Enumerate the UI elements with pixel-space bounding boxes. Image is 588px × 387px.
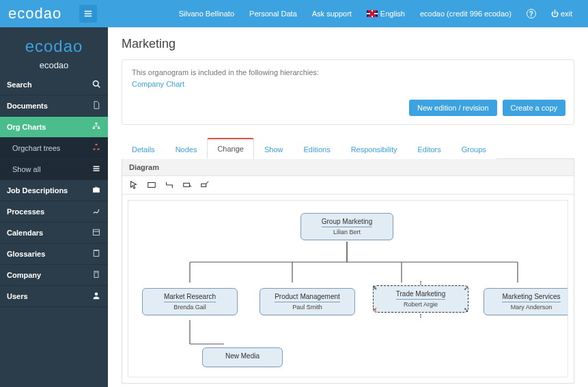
sidebar-toggle[interactable] (79, 5, 97, 23)
sidebar-item-jobdescriptions[interactable]: Job Descriptions (0, 180, 108, 201)
tab-show[interactable]: Show (254, 139, 294, 159)
sidebar-item-orgcharts[interactable]: Org Charts (0, 117, 108, 138)
exit-icon: ⏻ (551, 10, 559, 18)
page-title: Marketing (122, 37, 574, 51)
calendar-icon (92, 228, 101, 238)
svg-rect-5 (96, 144, 98, 145)
svg-rect-20 (184, 183, 190, 186)
process-icon (92, 207, 101, 216)
node-marketing-services[interactable]: Marketing Services Mary Anderson (484, 288, 568, 315)
svg-rect-15 (94, 272, 98, 278)
sidebar-item-processes[interactable]: Processes (0, 201, 108, 223)
svg-point-0 (94, 81, 99, 87)
svg-rect-2 (96, 123, 98, 124)
svg-rect-16 (96, 272, 96, 273)
document-icon (92, 101, 101, 111)
sidebar-subtitle: ecodao (0, 60, 108, 70)
book-icon (92, 249, 101, 259)
tool-connect-icon[interactable] (165, 180, 174, 190)
user-icon (92, 291, 101, 301)
tool-box-icon[interactable] (147, 180, 156, 190)
sidebar-brand: ecodao (0, 37, 108, 56)
svg-rect-11 (94, 188, 100, 192)
tab-details[interactable]: Details (122, 139, 165, 159)
tool-pointer-icon[interactable] (129, 180, 139, 190)
tab-responsibility[interactable]: Responsibility (341, 139, 408, 159)
svg-rect-19 (148, 183, 156, 188)
content: Marketing This organogram is included in… (108, 27, 588, 387)
sidebar-sub-show-all[interactable]: Show all (0, 159, 108, 180)
tab-nodes[interactable]: Nodes (165, 139, 208, 159)
tab-groups[interactable]: Groups (451, 139, 496, 159)
tab-editions[interactable]: Editions (294, 139, 341, 159)
svg-rect-9 (94, 168, 100, 169)
node-market-research[interactable]: Market Research Brenda Gail (142, 288, 238, 315)
svg-line-1 (98, 85, 100, 87)
sidebar-item-documents[interactable]: Documents (0, 96, 108, 117)
tab-editors[interactable]: Editors (408, 139, 451, 159)
svg-rect-10 (94, 170, 100, 171)
sidebar-header: ecodao ecodao (0, 27, 108, 74)
topbar-personal[interactable]: Personal Data (242, 10, 305, 18)
node-new-media[interactable]: New Media (202, 347, 283, 367)
sidebar-item-search[interactable]: Search (0, 74, 108, 96)
sidebar-sub-orgchart-trees[interactable]: Orgchart trees (0, 138, 108, 159)
tool-edit-icon[interactable] (200, 180, 210, 190)
svg-rect-13 (94, 229, 100, 235)
list-icon (92, 164, 101, 174)
topbar-right: Silvano Bellinato Personal Data Ask supp… (171, 9, 580, 18)
diagram-title: Diagram (122, 159, 574, 176)
sidebar-item-users[interactable]: Users (0, 286, 108, 307)
search-icon (92, 80, 101, 89)
company-chart-link[interactable]: Company Chart (132, 80, 184, 88)
topbar: ecodao Silvano Bellinato Personal Data A… (0, 0, 588, 27)
sidebar: ecodao ecodao Search Documents Org Chart… (0, 27, 108, 387)
topbar-language[interactable]: English (359, 10, 412, 18)
topbar-user[interactable]: Silvano Bellinato (171, 10, 242, 18)
diagram-canvas[interactable]: Group Marketing Lilian Bert Market Resea… (128, 200, 568, 377)
tool-label-icon[interactable] (182, 180, 192, 190)
orgchart-icon (92, 122, 101, 132)
node-product-management[interactable]: Product Management Paul Smith (260, 288, 355, 315)
hierarchy-note: This organogram is included in the follo… (132, 68, 564, 76)
tabs: Details Nodes Change Show Editions Respo… (122, 137, 574, 159)
node-trade-marketing[interactable]: ✎ ⤢ ✕ ⤡ ↕ ↕ Trade Marketing Robert Argie (373, 285, 468, 313)
building-icon (92, 270, 101, 280)
svg-rect-21 (201, 184, 206, 186)
diagram-toolbar (122, 176, 574, 195)
svg-rect-4 (98, 128, 100, 129)
sidebar-item-company[interactable]: Company (0, 265, 108, 286)
help-icon: ? (527, 9, 536, 18)
tree-icon (92, 143, 101, 153)
svg-rect-3 (93, 128, 95, 129)
svg-rect-12 (96, 187, 98, 188)
svg-point-18 (95, 293, 98, 296)
topbar-help[interactable]: ? (519, 9, 544, 18)
node-group-marketing[interactable]: Group Marketing Lilian Bert (300, 213, 393, 240)
svg-rect-8 (94, 166, 100, 167)
topbar-credit[interactable]: ecodao (credit 996 ecodao) (412, 10, 519, 18)
hamburger-icon (83, 9, 93, 18)
sidebar-item-glossaries[interactable]: Glossaries (0, 244, 108, 265)
briefcase-icon (92, 186, 101, 195)
topbar-exit[interactable]: ⏻exit (544, 10, 580, 18)
svg-rect-6 (94, 149, 96, 150)
new-edition-button[interactable]: New edition / revision (409, 100, 497, 116)
uk-flag-icon (367, 10, 378, 17)
svg-rect-17 (97, 272, 98, 273)
sidebar-item-calendars[interactable]: Calendars (0, 223, 108, 244)
topbar-support[interactable]: Ask support (305, 10, 359, 18)
create-copy-button[interactable]: Create a copy (503, 100, 565, 116)
info-panel: This organogram is included in the follo… (122, 59, 574, 125)
brand-logo: ecodao (8, 5, 75, 23)
svg-rect-7 (98, 149, 100, 150)
tab-change[interactable]: Change (207, 138, 254, 159)
